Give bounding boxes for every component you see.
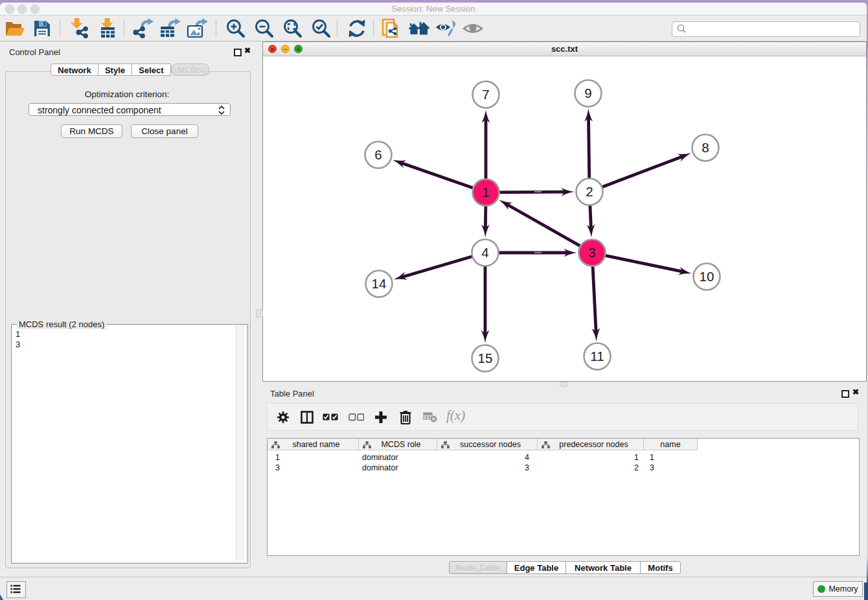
svg-text:10: 10 <box>700 269 714 284</box>
svg-text:15: 15 <box>478 351 493 365</box>
svg-text:11: 11 <box>590 349 604 363</box>
svg-text:14: 14 <box>372 276 387 291</box>
svg-text:8: 8 <box>702 140 709 155</box>
svg-text:2: 2 <box>586 184 593 199</box>
svg-text:4: 4 <box>481 245 488 260</box>
svg-text:9: 9 <box>584 86 591 100</box>
svg-text:1: 1 <box>482 185 489 200</box>
svg-text:7: 7 <box>482 87 489 102</box>
svg-text:6: 6 <box>374 147 382 162</box>
svg-text:3: 3 <box>588 245 595 260</box>
